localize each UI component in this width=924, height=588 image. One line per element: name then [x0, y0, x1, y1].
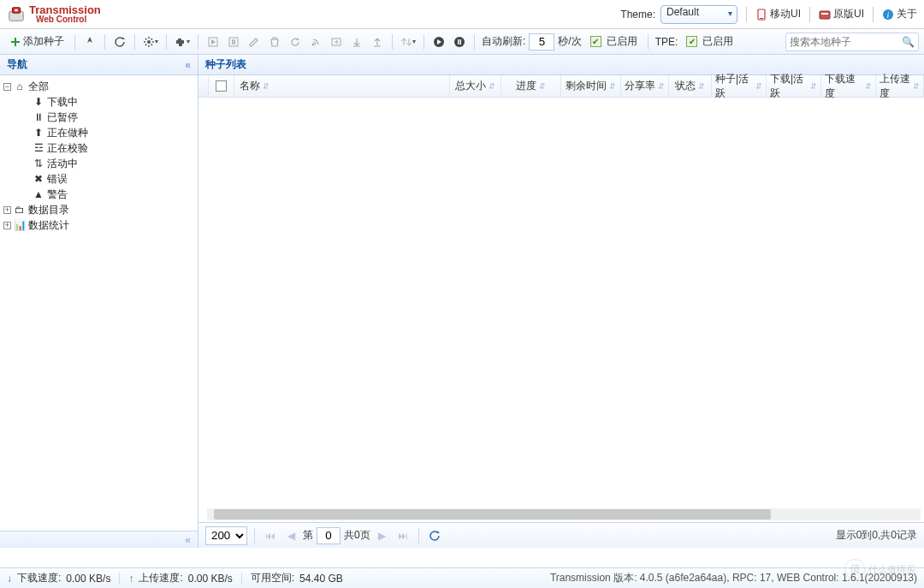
nav-tree: −⌂全部 ⬇下载中 ⏸已暂停 ⬆正在做种 ☲正在校验 ⇅活动中 ✖错误 ▲警告 … — [0, 75, 198, 236]
refresh-button[interactable] — [110, 33, 129, 51]
svg-text:i: i — [887, 10, 890, 20]
start-button[interactable] — [204, 33, 222, 51]
tree-node-data-dir[interactable]: +🗀数据目录 — [3, 202, 194, 217]
original-ui-link[interactable]: 原版UI — [819, 7, 864, 21]
theme-select[interactable]: Default — [660, 5, 737, 24]
folder-icon: 🗀 — [14, 204, 26, 216]
status-free-value: 54.40 GB — [299, 573, 343, 585]
tree-node-stats[interactable]: +📊数据统计 — [3, 217, 194, 233]
last-page-button[interactable]: ⏭ — [394, 527, 412, 544]
tree-node-active[interactable]: ⇅活动中 — [3, 156, 194, 171]
plugins-button[interactable]: ▾ — [172, 33, 192, 51]
recheck-button[interactable] — [286, 33, 305, 51]
svg-point-9 — [147, 40, 151, 44]
search-icon: 🔍 — [902, 36, 915, 48]
mobile-icon — [755, 9, 767, 21]
original-ui-icon — [819, 9, 831, 21]
status-ul-value: 0.00 KB/s — [188, 573, 233, 585]
tree-node-checking[interactable]: ☲正在校验 — [3, 140, 194, 156]
reload-button[interactable] — [426, 527, 443, 544]
pause-icon: ⏸ — [33, 111, 44, 123]
auto-refresh-unit: 秒/次 — [556, 34, 583, 49]
status-ul-label: 上传速度: — [139, 571, 182, 585]
status-free-label: 可用空间: — [251, 571, 294, 585]
expand-icon[interactable]: + — [3, 206, 11, 214]
add-torrent-button[interactable]: 添加种子 — [5, 33, 69, 51]
edit-button[interactable] — [245, 33, 264, 51]
search-input[interactable] — [790, 36, 902, 48]
col-peers[interactable]: 下载|活跃⇵ — [767, 75, 821, 97]
expand-icon[interactable]: + — [3, 222, 11, 229]
page-size-select[interactable]: 200 — [205, 526, 247, 545]
page-input[interactable] — [317, 527, 341, 544]
col-ratio[interactable]: 分享率⇵ — [621, 75, 669, 97]
collapse-icon[interactable]: − — [3, 83, 11, 91]
mobile-ui-link[interactable]: 移动UI — [755, 7, 801, 21]
col-checkbox[interactable] — [209, 75, 234, 97]
limit-speed-button[interactable] — [347, 33, 366, 51]
check-icon: ✔ — [590, 36, 601, 47]
page-label-suffix: 共0页 — [344, 528, 370, 543]
nav-collapse-bar[interactable]: « — [0, 531, 198, 548]
pause-all-button[interactable] — [450, 33, 469, 51]
tree-node-paused[interactable]: ⏸已暂停 — [3, 110, 194, 125]
nav-panel: 导航 « −⌂全部 ⬇下载中 ⏸已暂停 ⬆正在做种 ☲正在校验 ⇅活动中 ✖错误… — [0, 55, 198, 548]
status-bar: ↓ 下载速度: 0.00 KB/s ↑ 上传速度: 0.00 KB/s 可用空间… — [0, 567, 924, 588]
horizontal-scrollbar[interactable] — [207, 508, 921, 520]
app-subtitle: Web Control — [36, 15, 101, 24]
svg-rect-13 — [234, 39, 236, 45]
error-icon: ✖ — [33, 173, 44, 185]
col-dl-speed[interactable]: 下载速度⇵ — [821, 75, 876, 97]
col-status[interactable]: 状态⇵ — [669, 75, 712, 97]
active-icon: ⇅ — [33, 157, 44, 169]
delete-button[interactable] — [265, 33, 284, 51]
col-name[interactable]: 名称⇵ — [234, 75, 450, 97]
auto-refresh-label: 自动刷新: — [480, 34, 527, 49]
download-icon: ⬇ — [33, 96, 44, 108]
warning-icon: ▲ — [33, 188, 44, 200]
separator — [746, 7, 747, 22]
info-icon: i — [882, 9, 894, 21]
col-ul-speed[interactable]: 上传速度⇵ — [876, 75, 924, 97]
verify-icon: ☲ — [33, 142, 44, 154]
auto-refresh-input[interactable] — [529, 33, 554, 50]
tree-node-error[interactable]: ✖错误 — [3, 171, 194, 187]
tree-node-seeding[interactable]: ⬆正在做种 — [3, 125, 194, 140]
pager-info: 显示0到0,共0记录 — [836, 528, 917, 543]
col-progress[interactable]: 进度⇵ — [501, 75, 561, 97]
start-all-button[interactable] — [429, 33, 448, 51]
app-logo: Transmission Web Control — [7, 4, 101, 24]
collapse-left-icon[interactable]: « — [185, 59, 191, 71]
limit-up-button[interactable] — [368, 33, 387, 51]
tree-node-warning[interactable]: ▲警告 — [3, 187, 194, 202]
move-button[interactable] — [327, 33, 346, 51]
auto-refresh-toggle[interactable]: ✔已启用 — [585, 33, 643, 51]
launch-button[interactable] — [80, 33, 99, 51]
first-page-button[interactable]: ⏮ — [262, 527, 279, 544]
svg-rect-12 — [232, 39, 234, 45]
upload-arrow-icon: ↑ — [128, 573, 133, 585]
prev-page-button[interactable]: ◀ — [282, 527, 299, 544]
queue-button[interactable]: ▾ — [398, 33, 418, 51]
version-text: Transmission 版本: 4.0.5 (a6fe2a64aa), RPC… — [550, 571, 917, 585]
tracker-button[interactable] — [306, 33, 325, 51]
about-link[interactable]: i 关于 — [882, 7, 917, 21]
tpe-toggle[interactable]: ✔已启用 — [681, 33, 738, 51]
home-icon: ⌂ — [14, 80, 26, 92]
settings-button[interactable]: ▾ — [140, 33, 161, 51]
pause-button[interactable] — [224, 33, 243, 51]
check-icon: ✔ — [686, 36, 697, 47]
svg-point-17 — [454, 37, 465, 47]
svg-rect-5 — [820, 11, 830, 19]
page-label-prefix: 第 — [303, 528, 313, 543]
col-seeds[interactable]: 种子|活跃⇵ — [712, 75, 767, 97]
svg-rect-2 — [15, 9, 18, 11]
nav-title: 导航 « — [0, 55, 198, 75]
next-page-button[interactable]: ▶ — [374, 527, 391, 544]
col-totalsize[interactable]: 总大小⇵ — [450, 75, 501, 97]
tree-node-all[interactable]: −⌂全部 — [3, 79, 194, 94]
content-panel: 种子列表 名称⇵ 总大小⇵ 进度⇵ 剩余时间⇵ 分享率⇵ 状态⇵ 种子|活跃⇵ … — [198, 55, 924, 548]
tree-node-downloading[interactable]: ⬇下载中 — [3, 94, 194, 110]
col-remaining[interactable]: 剩余时间⇵ — [561, 75, 621, 97]
search-box[interactable]: 🔍 — [785, 33, 919, 51]
